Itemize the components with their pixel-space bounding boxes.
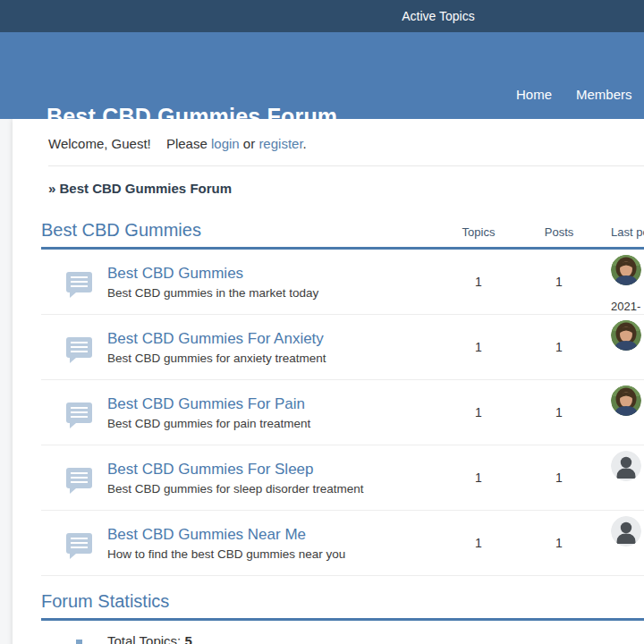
forum-message-icon <box>66 533 92 554</box>
category-header: Best CBD Gummies Topics Posts Last post <box>41 220 644 250</box>
category-section: Best CBD Gummies Topics Posts Last post … <box>13 220 644 576</box>
forum-row: Best CBD Gummies For Sleep Best CBD gumm… <box>41 445 644 511</box>
forum-row: Best CBD Gummies For Anxiety Best CBD gu… <box>41 315 644 380</box>
topics-count: 1 <box>438 536 519 550</box>
member-photo-avatar[interactable] <box>611 255 641 285</box>
last-post-cell <box>599 380 644 416</box>
last-post-date: 2021- <box>611 301 640 312</box>
top-bar: Active Topics <box>0 0 644 32</box>
welcome-please: Please <box>166 136 208 151</box>
stat-value: 5 <box>184 633 191 644</box>
forum-title-link[interactable]: Best CBD Gummies Near Me <box>107 526 345 544</box>
forum-title-link[interactable]: Best CBD Gummies <box>107 265 318 283</box>
last-post-cell <box>599 511 644 547</box>
login-link[interactable]: login <box>211 136 240 151</box>
forum-message-icon <box>66 272 92 292</box>
forum-row: Best CBD Gummies Near Me How to find the… <box>41 511 644 576</box>
welcome-greeting: Welcome, Guest! <box>48 136 151 151</box>
welcome-period: . <box>303 136 307 151</box>
topics-count: 1 <box>438 470 519 485</box>
last-post-cell <box>599 445 644 481</box>
forum-title-link[interactable]: Best CBD Gummies For Sleep <box>107 461 364 479</box>
posts-count: 1 <box>519 275 599 289</box>
site-header: Best CBD Gummies Forum Home Members <box>0 32 644 119</box>
forum-title-link[interactable]: Best CBD Gummies For Pain <box>107 395 310 413</box>
member-photo-avatar[interactable] <box>611 386 641 416</box>
column-header-topics: Topics <box>438 225 519 241</box>
category-title-link[interactable]: Best CBD Gummies <box>41 220 438 241</box>
forum-row: Best CBD Gummies Best CBD gummies in the… <box>41 250 644 315</box>
forum-description: Best CBD gummies for anxiety treatment <box>107 352 326 365</box>
nav-link-members[interactable]: Members <box>576 87 632 102</box>
nav-link-home[interactable]: Home <box>516 87 552 102</box>
forum-message-icon <box>66 402 92 423</box>
stat-label: Total Topics: <box>107 633 181 644</box>
topics-count: 1 <box>438 340 519 354</box>
column-header-last-post: Last post <box>599 225 644 241</box>
last-post-cell <box>599 315 644 351</box>
forum-description: Best CBD gummies for sleep disorder trea… <box>107 482 364 496</box>
site-title-link[interactable]: Best CBD Gummies Forum <box>47 104 337 130</box>
posts-count: 1 <box>519 405 599 419</box>
active-topics-link[interactable]: Active Topics <box>0 0 644 32</box>
last-post-cell: 2021- <box>599 250 644 312</box>
topics-count: 1 <box>438 405 519 419</box>
statistics-list: Total Topics: 5 <box>41 621 644 644</box>
register-link[interactable]: register <box>258 136 302 151</box>
page: Active Topics Best CBD Gummies Forum Hom… <box>0 0 644 644</box>
forum-description: How to find the best CBD gummies near yo… <box>107 547 345 561</box>
topics-count: 1 <box>438 275 519 289</box>
posts-count: 1 <box>519 470 599 485</box>
default-avatar[interactable] <box>611 516 641 547</box>
forum-row: Best CBD Gummies For Pain Best CBD gummi… <box>41 380 644 445</box>
posts-count: 1 <box>519 536 599 550</box>
breadcrumb: » Best CBD Gummies Forum <box>48 166 644 208</box>
welcome-or: or <box>243 136 255 151</box>
column-header-posts: Posts <box>519 225 599 241</box>
forum-description: Best CBD gummies for pain treatment <box>107 417 310 430</box>
forum-title-link[interactable]: Best CBD Gummies For Anxiety <box>107 330 326 348</box>
default-avatar[interactable] <box>611 451 641 481</box>
member-photo-avatar[interactable] <box>611 320 641 351</box>
stat-total-topics: Total Topics: 5 <box>41 621 644 644</box>
forum-description: Best CBD gummies in the market today <box>107 286 318 300</box>
header-nav: Home Members <box>516 87 632 102</box>
statistics-header: Forum Statistics <box>41 591 644 621</box>
forum-message-icon <box>66 468 92 488</box>
forum-message-icon <box>66 337 92 358</box>
posts-count: 1 <box>519 340 599 354</box>
forum-statistics-section: Forum Statistics Total Topics: 5 <box>13 591 644 644</box>
statistics-title: Forum Statistics <box>41 591 644 612</box>
content-card: Welcome, Guest! Please login or register… <box>13 119 644 644</box>
